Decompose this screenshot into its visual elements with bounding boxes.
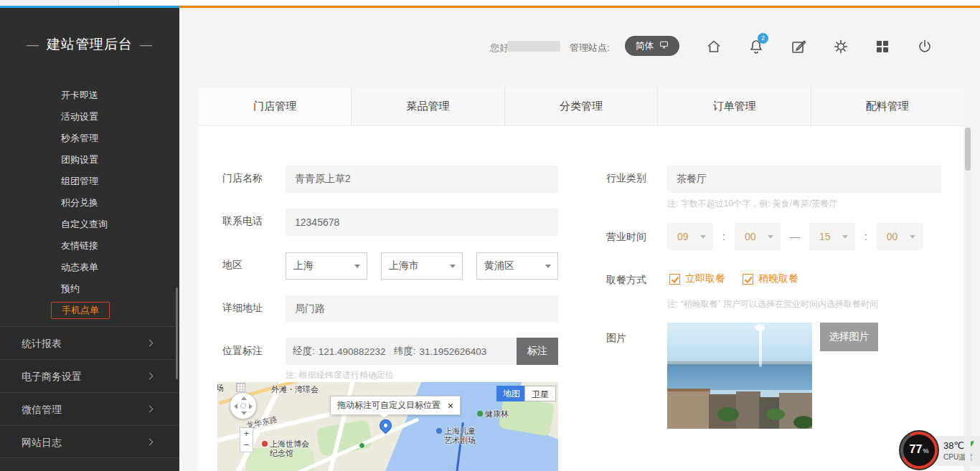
coordinates-field[interactable]: 经度: 121.490882232 纬度: 31.1952626403: [286, 338, 517, 365]
map-mode-button[interactable]: 地图: [496, 386, 527, 401]
section-stats-report-label: 统计报表: [22, 338, 62, 349]
sidebar-item-group-manage[interactable]: 组团管理: [0, 171, 179, 192]
address-label: 详细地址: [222, 302, 263, 315]
map-label-waitan: 外滩・湾璟会: [271, 385, 319, 394]
industry-label: 行业类别: [606, 172, 646, 185]
tab-category-manage[interactable]: 分类管理: [505, 87, 658, 125]
page-scrollbar-thumb[interactable]: [965, 128, 971, 171]
phone-input[interactable]: 12345678: [286, 209, 558, 236]
mark-location-button[interactable]: 标注: [517, 338, 558, 365]
zoom-in-button[interactable]: +: [240, 427, 253, 440]
manage-site-label: 管理站点:: [570, 42, 610, 54]
open-hour-select[interactable]: 09: [667, 223, 713, 250]
close-minute-select[interactable]: 00: [877, 223, 923, 250]
industry-input[interactable]: 茶餐厅: [667, 166, 941, 193]
pan-left-arrow-icon[interactable]: [234, 404, 237, 409]
pan-down-arrow-icon[interactable]: [241, 411, 247, 415]
photo-lake: [667, 364, 812, 390]
phone-value: 12345678: [295, 217, 339, 228]
sidebar-item-booking[interactable]: 预约: [0, 278, 179, 300]
sidebar-item-seckill-manage[interactable]: 秒杀管理: [0, 128, 179, 149]
pickup-immediate-checkbox[interactable]: 立即取餐: [669, 272, 725, 285]
app-root: —建站管理后台— 开卡即送 活动设置 秒杀管理 团购设置 组团管理 积分兑换 自…: [0, 0, 980, 471]
power-logout-icon[interactable]: [915, 37, 935, 57]
section-site-logs[interactable]: 网站日志: [0, 425, 179, 458]
notification-badge: 2: [758, 33, 768, 44]
pickup-later-label: 稍晚取餐: [758, 272, 798, 285]
industry-value: 茶餐厅: [677, 173, 707, 186]
address-value: 局门路: [295, 303, 325, 315]
province-value: 上海: [293, 260, 314, 272]
zoom-out-button[interactable]: −: [240, 439, 253, 452]
choose-image-button[interactable]: 选择图片: [820, 323, 878, 351]
checkbox-checked-icon: [669, 274, 680, 285]
sidebar-item-activity-settings[interactable]: 活动设置: [0, 106, 179, 128]
greeting-text: 您好: [490, 42, 509, 54]
sidebar-item-groupbuy-settings[interactable]: 团购设置: [0, 149, 179, 171]
pickup-later-checkbox[interactable]: 稍晚取餐: [743, 272, 798, 285]
map-canvas[interactable]: 场 外滩・湾璟会 龙华东路 上海世博会 纪念馆 上海儿童 艺术剧场 健康林 拖动…: [217, 382, 558, 471]
section-ecommerce-settings-label: 电子商务设置: [22, 371, 82, 382]
section-stats-report[interactable]: 统计报表: [0, 326, 179, 359]
tab-order-manage[interactable]: 订单管理: [658, 87, 811, 125]
store-form-card: 门店名称 青青原上草2 联系电话 12345678 地区 上海 上海市 黄浦区 …: [199, 126, 963, 471]
city-select[interactable]: 上海市: [381, 252, 463, 280]
cpu-usage-gauge: 77%: [899, 430, 939, 470]
map-overview-icon[interactable]: [236, 383, 245, 392]
photo-sky: [667, 323, 812, 364]
latitude-label: 纬度:: [394, 345, 416, 358]
sidebar-item-dynamic-forms[interactable]: 动态表单: [0, 257, 179, 278]
open-minute-select[interactable]: 00: [735, 223, 781, 250]
district-select[interactable]: 黄浦区: [476, 252, 558, 280]
apps-grid-icon[interactable]: [872, 37, 892, 57]
location-label: 位置标注: [222, 345, 263, 358]
section-wechat-manage-label: 微信管理: [22, 404, 62, 415]
tab-ingredient-manage[interactable]: 配料管理: [811, 87, 963, 125]
notifications-bell-icon[interactable]: 2: [746, 37, 766, 57]
store-name-input[interactable]: 青青原上草2: [286, 166, 558, 193]
sidebar-scrollbar-thumb[interactable]: [176, 287, 178, 379]
sidebar-item-custom-query[interactable]: 自定义查询: [0, 214, 179, 235]
settings-gear-icon[interactable]: [831, 37, 851, 57]
hours-label: 营业时间: [606, 231, 646, 244]
sidebar-item-card-gift[interactable]: 开卡即送: [0, 91, 179, 106]
home-icon[interactable]: [704, 37, 724, 57]
tab-dish-manage[interactable]: 菜品管理: [352, 87, 504, 125]
sidebar-item-mobile-ordering[interactable]: 手机点单: [0, 300, 179, 321]
tooltip-close-icon[interactable]: ×: [448, 401, 453, 411]
language-switch-button[interactable]: 简体: [625, 36, 679, 56]
business-hours-row: 09 : 00 — 15 : 00: [667, 223, 923, 250]
compose-edit-icon[interactable]: [788, 37, 809, 57]
photo-tree: [766, 409, 785, 420]
map-tooltip: 拖动标注可自定义目标位置 ×: [330, 396, 461, 415]
close-hour-value: 15: [819, 231, 831, 242]
sidebar-sections: 统计报表 电子商务设置 微信管理 网站日志: [0, 326, 179, 458]
address-input[interactable]: 局门路: [286, 295, 558, 323]
pan-center-icon[interactable]: [240, 403, 246, 409]
longitude-label: 经度:: [293, 345, 315, 358]
section-site-logs-label: 网站日志: [22, 437, 62, 448]
latitude-value: 31.1952626403: [419, 346, 486, 357]
section-wechat-manage[interactable]: 微信管理: [0, 392, 179, 425]
sidebar: —建站管理后台— 开卡即送 活动设置 秒杀管理 团购设置 组团管理 积分兑换 自…: [0, 8, 179, 471]
close-hour-select[interactable]: 15: [809, 223, 855, 250]
chevron-right-icon: [146, 406, 154, 413]
province-select[interactable]: 上海: [286, 252, 367, 280]
cpu-temp-value: 38℃: [943, 440, 964, 451]
tab-store-manage[interactable]: 门店管理: [199, 87, 352, 125]
cpu-percent: 77: [910, 443, 923, 456]
sidebar-item-friend-links[interactable]: 友情链接: [0, 235, 179, 257]
sidebar-title: —建站管理后台—: [0, 35, 179, 54]
satellite-mode-button[interactable]: 卫星: [524, 386, 556, 401]
theatre-poi-icon: [436, 428, 442, 434]
map-pan-control[interactable]: [230, 392, 257, 419]
store-name-label: 门店名称: [222, 172, 263, 185]
browser-chrome-strip: [0, 0, 980, 6]
page-scrollbar-track[interactable]: [965, 126, 971, 471]
photo-fountain: [759, 327, 762, 367]
pan-right-arrow-icon[interactable]: [249, 404, 253, 409]
sidebar-item-points-exchange[interactable]: 积分兑换: [0, 192, 179, 214]
pan-up-arrow-icon[interactable]: [241, 396, 247, 400]
main-area: 您好 管理站点: 简体 2 门店管理 菜品管理 分类管理 订单管理 配料管理 门…: [179, 8, 980, 471]
section-ecommerce-settings[interactable]: 电子商务设置: [0, 359, 179, 392]
